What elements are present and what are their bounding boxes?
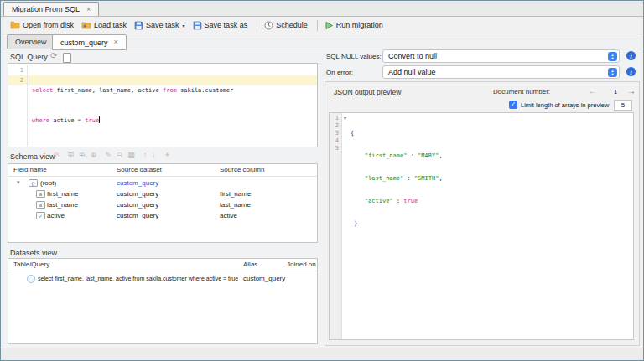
add-object-icon[interactable]: ⊕ <box>79 151 86 159</box>
limit-arrays-label: Limit length of arrays in preview <box>521 101 609 109</box>
main-toolbar: Open from disk Load task Save task ▾ Sav… <box>1 17 643 34</box>
sql-code[interactable]: select first_name, last_name, active fro… <box>32 65 233 146</box>
move-down-icon[interactable]: ↓ <box>152 151 156 159</box>
source-dataset: custom_query <box>117 190 158 198</box>
info-icon[interactable]: i <box>626 67 636 76</box>
json-line-5: } <box>351 220 443 228</box>
text-cursor <box>99 116 100 123</box>
editor-tab-bar: Overview custom_query × <box>1 34 643 49</box>
tab-overview-label: Overview <box>15 38 47 46</box>
table-row[interactable]: a first_name custom_query first_name <box>8 188 317 199</box>
sql-query-title: SQL Query <box>10 53 48 61</box>
schema-view-title: Schema view <box>10 152 55 161</box>
dataset-alias: custom_query <box>243 275 285 282</box>
json-code[interactable]: { "first_name" : "MARY", "last_name" : "… <box>351 115 443 243</box>
field-name: active <box>47 212 65 219</box>
floppy-icon <box>193 21 202 30</box>
json-line-3: "last_name" : "SMITH", <box>351 175 443 183</box>
info-icon[interactable]: i <box>626 51 636 60</box>
string-type-icon: a <box>36 201 45 209</box>
tab-overview[interactable]: Overview <box>7 34 55 49</box>
add-field-icon[interactable]: ⊞ <box>68 151 75 159</box>
document-number-label: Document number: <box>493 88 550 95</box>
limit-arrays-input[interactable]: 5 <box>614 100 632 111</box>
schedule-label: Schedule <box>276 21 308 29</box>
column-header-table-query[interactable]: Table/Query <box>13 260 49 268</box>
column-header-joined-on[interactable]: Joined on <box>287 260 316 268</box>
remove-field-icon[interactable]: ⊘ <box>53 151 60 159</box>
on-error-select[interactable]: Add null value ▲▼ <box>382 65 620 79</box>
source-dataset: custom_query <box>117 212 158 219</box>
chevron-down-icon[interactable]: ▾ <box>183 23 185 28</box>
table-row[interactable]: ✓ active custom_query active <box>8 210 317 221</box>
json-gutter: 1 2 3 4 5 <box>330 113 342 339</box>
source-column: active <box>220 212 237 219</box>
table-row[interactable]: select first_name, last_name, active fro… <box>8 273 317 284</box>
expander-icon[interactable]: ▾ <box>17 179 20 186</box>
auto-map-icon[interactable]: ✦ <box>164 151 171 159</box>
boolean-type-icon: ✓ <box>36 212 45 219</box>
gutter-divider <box>27 65 28 147</box>
schema-toolbar: ⊘ ⊞ ⊕ ⊕ ✎ ⊖ ▦ ↑ ↓ ✦ <box>53 151 175 159</box>
select-stepper-icon: ▲▼ <box>608 52 617 61</box>
table-row[interactable]: a last_name custom_query last_name <box>8 199 317 210</box>
save-task-as-button[interactable]: Save task as <box>193 21 248 30</box>
dataset-icon <box>27 275 35 283</box>
sql-null-values-select[interactable]: Convert to null ▲▼ <box>382 49 620 63</box>
object-type-icon: {} <box>29 179 38 187</box>
play-icon <box>325 21 334 30</box>
load-task-button[interactable]: Load task <box>81 21 127 29</box>
datasets-table: Table/Query Alias Joined on select first… <box>8 258 318 344</box>
save-task-as-label: Save task as <box>205 21 248 29</box>
source-column: last_name <box>220 201 251 209</box>
close-icon[interactable]: × <box>86 6 91 13</box>
move-up-icon[interactable]: ↑ <box>143 151 148 159</box>
open-from-disk-button[interactable]: Open from disk <box>10 21 74 29</box>
table-row[interactable]: ▾ {} (root) custom_query <box>8 178 317 188</box>
on-error-label: On error: <box>326 69 353 76</box>
json-line-2: "first_name" : "MARY", <box>351 152 443 160</box>
load-task-label: Load task <box>94 21 127 29</box>
source-column: first_name <box>220 190 251 198</box>
add-array-icon[interactable]: ⊕ <box>91 151 97 159</box>
source-dataset-link[interactable]: custom_query <box>117 179 158 187</box>
json-code-editor[interactable]: 1 2 3 4 5 ▾ { "first_name" : "MARY", "la… <box>329 112 634 340</box>
run-migration-label: Run migration <box>336 21 383 29</box>
copy-field-icon[interactable]: ▦ <box>127 151 135 159</box>
sql-null-values-label: SQL NULL values: <box>326 53 382 60</box>
dataset-query: select first_name, last_name, active fro… <box>38 276 238 281</box>
schema-table: Field name Source dataset Source column … <box>8 163 318 243</box>
delete-field-icon[interactable]: ⊖ <box>117 151 123 159</box>
tab-custom-query[interactable]: custom_query × <box>52 34 127 50</box>
sql-null-values-value: Convert to null <box>388 52 437 60</box>
column-header-field-name[interactable]: Field name <box>13 166 47 173</box>
run-migration-button[interactable]: Run migration <box>325 21 383 30</box>
status-bar <box>1 348 643 360</box>
sql-line-1: select first_name, last_name, active fro… <box>32 85 233 95</box>
clock-icon <box>264 21 273 30</box>
column-header-source-column[interactable]: Source column <box>220 166 264 173</box>
schema-table-header: Field name Source dataset Source column <box>8 164 317 177</box>
edit-field-icon[interactable]: ✎ <box>105 151 112 159</box>
close-icon[interactable]: × <box>114 39 118 46</box>
fold-icon[interactable]: ▾ <box>344 115 346 121</box>
refresh-icon[interactable]: ⟳ <box>50 51 57 60</box>
previous-document-icon[interactable]: ← <box>589 86 597 95</box>
save-task-button[interactable]: Save task ▾ <box>134 21 185 30</box>
document-icon[interactable] <box>63 53 71 63</box>
sql-line-2: where active = true <box>32 116 233 126</box>
string-type-icon: a <box>36 190 45 198</box>
save-task-label: Save task <box>146 21 179 29</box>
next-document-icon[interactable]: → <box>627 86 636 95</box>
folder-load-icon <box>81 21 91 29</box>
column-header-source-dataset[interactable]: Source dataset <box>117 166 162 173</box>
json-line-numbers: 1 2 3 4 5 <box>330 113 341 152</box>
floppy-icon <box>134 21 143 30</box>
limit-arrays-checkbox[interactable]: ✓ <box>509 101 517 109</box>
schedule-button[interactable]: Schedule <box>264 21 308 30</box>
json-line-1: { <box>351 130 443 137</box>
tab-migration-from-sql[interactable]: Migration From SQL × <box>3 2 99 16</box>
sql-line-numbers: 1 2 <box>8 65 23 85</box>
column-header-alias[interactable]: Alias <box>243 260 257 268</box>
sql-code-editor[interactable]: 1 2 select first_name, last_name, active… <box>8 63 318 147</box>
